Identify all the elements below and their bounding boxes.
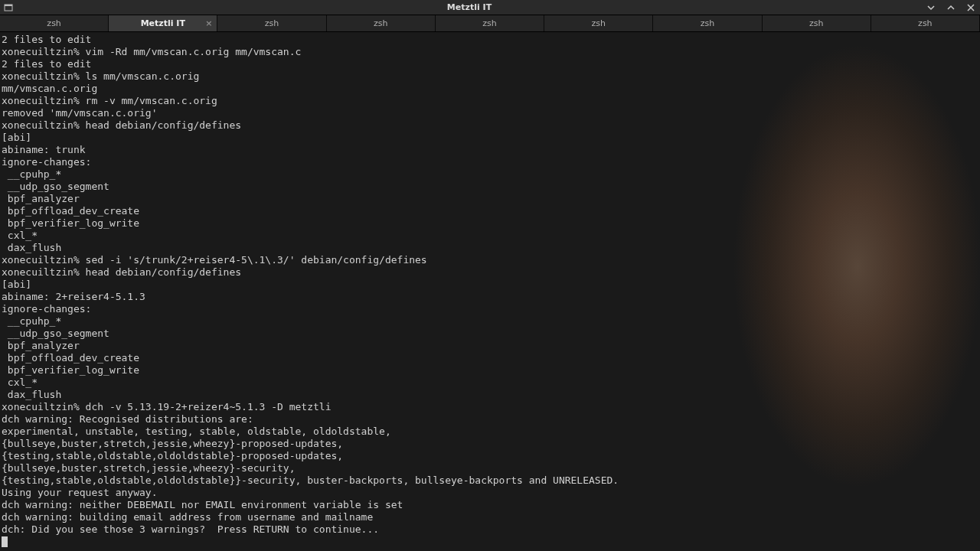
terminal-line: bpf_analyzer xyxy=(2,193,978,205)
terminal-line: bpf_verifier_log_write xyxy=(2,217,978,230)
terminal-line: dch warning: neither DEBEMAIL nor EMAIL … xyxy=(2,499,978,511)
terminal-line: bpf_offload_dev_create xyxy=(2,352,978,364)
terminal-line: Using your request anyway. xyxy=(2,487,978,499)
tab-zsh[interactable]: zsh xyxy=(544,15,653,31)
tab-metztli-it[interactable]: Metztli IT× xyxy=(109,15,217,31)
tab-label: zsh xyxy=(701,18,714,28)
terminal-line: xonecuiltzin% head debian/config/defines xyxy=(2,119,978,132)
maximize-button[interactable] xyxy=(945,2,957,14)
terminal-line: __cpuhp_* xyxy=(2,168,978,181)
tab-label: Metztli IT xyxy=(141,18,185,28)
terminal-line: xonecuiltzin% dch -v 5.13.19-2+reizer4~5… xyxy=(2,401,978,413)
terminal-line: dch warning: Recognised distributions ar… xyxy=(2,413,978,425)
terminal-line: {testing,stable,oldstable,oldoldstable}}… xyxy=(2,474,978,487)
tab-zsh[interactable]: zsh xyxy=(436,15,544,31)
minimize-button[interactable] xyxy=(925,2,937,14)
terminal-line: abiname: 2+reiser4-5.1.3 xyxy=(2,291,978,303)
terminal-line: dax_flush xyxy=(2,242,978,254)
tab-zsh[interactable]: zsh xyxy=(327,15,436,31)
terminal-line: bpf_verifier_log_write xyxy=(2,364,978,377)
terminal-line: __udp_gso_segment xyxy=(2,181,978,193)
terminal-line: xonecuiltzin% rm -v mm/vmscan.c.orig xyxy=(2,95,978,107)
terminal-line: dch warning: building email address from… xyxy=(2,511,978,523)
terminal-output[interactable]: 2 files to editxonecuiltzin% vim -Rd mm/… xyxy=(0,32,980,549)
app-icon xyxy=(3,2,14,13)
tab-zsh[interactable]: zsh xyxy=(653,15,762,31)
window-title: Metztli IT xyxy=(14,2,925,12)
close-icon[interactable]: × xyxy=(205,18,212,28)
terminal-line: [abi] xyxy=(2,132,978,144)
terminal-line: __udp_gso_segment xyxy=(2,328,978,340)
terminal-line: experimental, unstable, testing, stable,… xyxy=(2,425,978,438)
terminal-line: removed 'mm/vmscan.c.orig' xyxy=(2,107,978,119)
tab-label: zsh xyxy=(265,18,279,28)
terminal-line: [abi] xyxy=(2,279,978,291)
terminal-line: {testing,stable,oldstable,oldoldstable}-… xyxy=(2,450,978,462)
terminal-line: xonecuiltzin% sed -i 's/trunk/2+reiser4-… xyxy=(2,254,978,266)
close-button[interactable] xyxy=(965,2,977,14)
window-titlebar: Metztli IT xyxy=(0,0,980,15)
svg-rect-1 xyxy=(5,5,12,6)
tab-label: zsh xyxy=(809,18,823,28)
tab-zsh[interactable]: zsh xyxy=(217,15,326,31)
terminal-line: ignore-changes: xyxy=(2,156,978,168)
tab-label: zsh xyxy=(918,18,932,28)
terminal-line: 2 files to edit xyxy=(2,58,978,70)
window-controls xyxy=(925,2,977,14)
terminal-line: mm/vmscan.c.orig xyxy=(2,83,978,95)
terminal-line: dax_flush xyxy=(2,389,978,401)
terminal-line: bpf_analyzer xyxy=(2,340,978,352)
tab-label: zsh xyxy=(374,18,387,28)
tab-zsh[interactable]: zsh xyxy=(0,15,109,31)
tab-label: zsh xyxy=(47,18,60,28)
terminal-line: {bullseye,buster,stretch,jessie,wheezy}-… xyxy=(2,462,978,474)
terminal-line: cxl_* xyxy=(2,377,978,389)
terminal-line xyxy=(2,536,978,548)
terminal-line: bpf_offload_dev_create xyxy=(2,205,978,217)
terminal-line: __cpuhp_* xyxy=(2,315,978,328)
tab-bar: zsh Metztli IT× zsh zsh zsh zsh zsh zsh … xyxy=(0,15,980,32)
terminal-line: ignore-changes: xyxy=(2,303,978,315)
tab-label: zsh xyxy=(591,18,605,28)
tab-zsh[interactable]: zsh xyxy=(871,15,980,31)
cursor xyxy=(2,536,8,547)
terminal-line: dch: Did you see those 3 warnings? Press… xyxy=(2,523,978,536)
terminal-line: 2 files to edit xyxy=(2,34,978,46)
tab-label: zsh xyxy=(482,18,496,28)
tab-zsh[interactable]: zsh xyxy=(763,15,871,31)
terminal-line: cxl_* xyxy=(2,230,978,242)
terminal-line: xonecuiltzin% vim -Rd mm/vmscan.c.orig m… xyxy=(2,46,978,58)
terminal-line: abiname: trunk xyxy=(2,144,978,156)
terminal-line: xonecuiltzin% head debian/config/defines xyxy=(2,266,978,279)
terminal-line: {bullseye,buster,stretch,jessie,wheezy}-… xyxy=(2,438,978,450)
terminal-line: xonecuiltzin% ls mm/vmscan.c.orig xyxy=(2,70,978,83)
